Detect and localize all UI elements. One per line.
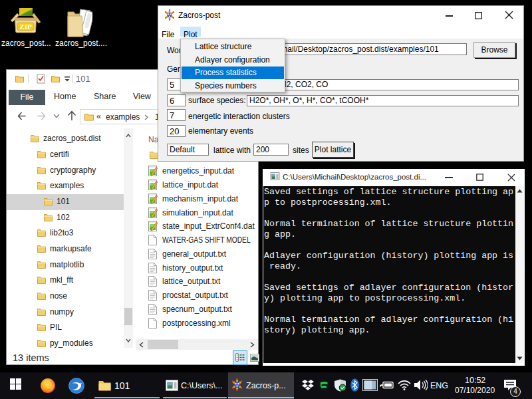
svg-text:ZIP: ZIP: [19, 23, 32, 31]
